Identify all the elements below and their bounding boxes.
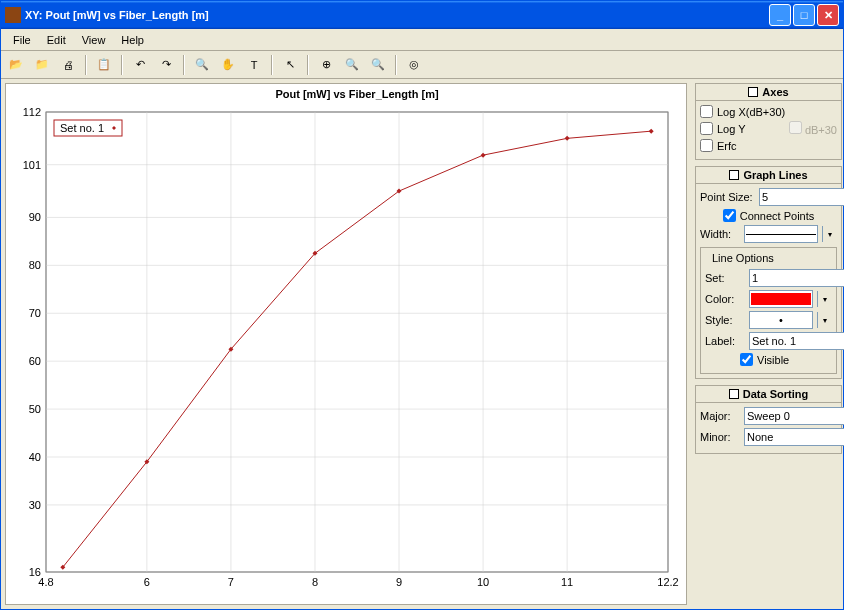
- svg-text:50: 50: [29, 403, 41, 415]
- square-icon: [729, 389, 739, 399]
- chevron-down-icon[interactable]: ▾: [817, 291, 832, 307]
- svg-text:80: 80: [29, 259, 41, 271]
- target-icon[interactable]: ◎: [403, 54, 425, 76]
- db30-checkbox: [789, 121, 802, 134]
- window-title: XY: Pout [mW] vs Fiber_Length [m]: [25, 9, 769, 21]
- chart-area[interactable]: 4.86789101112.21630405060708090101112Pou…: [5, 83, 687, 605]
- svg-text:10: 10: [477, 576, 489, 588]
- set-input[interactable]: [749, 269, 844, 287]
- square-icon: [729, 170, 739, 180]
- major-input[interactable]: [744, 407, 844, 425]
- zoom-sel-icon[interactable]: 🔍: [191, 54, 213, 76]
- chevron-down-icon[interactable]: ▾: [822, 226, 837, 242]
- pan-icon[interactable]: ✋: [217, 54, 239, 76]
- svg-text:6: 6: [144, 576, 150, 588]
- pointsize-label: Point Size:: [700, 191, 755, 203]
- print-icon[interactable]: 🖨: [57, 54, 79, 76]
- svg-text:16: 16: [29, 566, 41, 578]
- svg-text:30: 30: [29, 499, 41, 511]
- width-select[interactable]: [744, 225, 818, 243]
- maximize-button[interactable]: □: [793, 4, 815, 26]
- visible-checkbox[interactable]: [740, 353, 753, 366]
- menu-view[interactable]: View: [74, 32, 114, 48]
- color-select[interactable]: [749, 290, 813, 308]
- logx-label: Log X(dB+30): [717, 106, 785, 118]
- set-label: Set:: [705, 272, 745, 284]
- svg-text:12.2: 12.2: [657, 576, 678, 588]
- logy-checkbox[interactable]: [700, 122, 713, 135]
- pointsize-input[interactable]: [759, 188, 844, 206]
- zoomout-icon[interactable]: 🔍: [367, 54, 389, 76]
- logy-label: Log Y: [717, 123, 757, 135]
- menubar: File Edit View Help: [1, 29, 843, 51]
- redo-icon[interactable]: ↷: [155, 54, 177, 76]
- svg-text:70: 70: [29, 307, 41, 319]
- chevron-down-icon[interactable]: ▾: [817, 312, 832, 328]
- svg-text:7: 7: [228, 576, 234, 588]
- graphlines-group: Graph Lines Point Size:▾ Connect Points …: [695, 166, 842, 379]
- svg-text:101: 101: [23, 159, 41, 171]
- open-icon[interactable]: 📂: [5, 54, 27, 76]
- menu-file[interactable]: File: [5, 32, 39, 48]
- side-panel: Axes Log X(dB+30) Log Y dB+30 Erfc Graph…: [691, 79, 844, 609]
- copy-icon[interactable]: 📋: [93, 54, 115, 76]
- titlebar: XY: Pout [mW] vs Fiber_Length [m] _ □ ✕: [1, 1, 843, 29]
- close-button[interactable]: ✕: [817, 4, 839, 26]
- style-select[interactable]: •: [749, 311, 813, 329]
- open2-icon[interactable]: 📁: [31, 54, 53, 76]
- minor-input[interactable]: [744, 428, 844, 446]
- menu-help[interactable]: Help: [113, 32, 152, 48]
- undo-icon[interactable]: ↶: [129, 54, 151, 76]
- svg-text:60: 60: [29, 355, 41, 367]
- svg-text:112: 112: [23, 106, 41, 118]
- svg-text:8: 8: [312, 576, 318, 588]
- svg-text:Pout [mW] vs Fiber_Length [m]: Pout [mW] vs Fiber_Length [m]: [275, 88, 439, 100]
- connect-label: Connect Points: [740, 210, 815, 222]
- erfc-checkbox[interactable]: [700, 139, 713, 152]
- svg-text:40: 40: [29, 451, 41, 463]
- svg-text:11: 11: [561, 576, 573, 588]
- visible-label: Visible: [757, 354, 797, 366]
- lineopts-title: Line Options: [709, 252, 777, 264]
- svg-text:9: 9: [396, 576, 402, 588]
- width-label: Width:: [700, 228, 740, 240]
- sorting-title: Data Sorting: [743, 388, 808, 400]
- app-icon: [5, 7, 21, 23]
- erfc-label: Erfc: [717, 140, 757, 152]
- svg-text:Set no. 1: Set no. 1: [60, 122, 104, 134]
- logx-checkbox[interactable]: [700, 105, 713, 118]
- label-label: Label:: [705, 335, 745, 347]
- arrow-icon[interactable]: ↖: [279, 54, 301, 76]
- axes-title: Axes: [762, 86, 788, 98]
- sorting-group: Data Sorting Major:▾ Minor:▾: [695, 385, 842, 454]
- menu-edit[interactable]: Edit: [39, 32, 74, 48]
- toolbar: 📂 📁 🖨 📋 ↶ ↷ 🔍 ✋ T ↖ ⊕ 🔍 🔍 ◎: [1, 51, 843, 79]
- connect-checkbox[interactable]: [723, 209, 736, 222]
- major-label: Major:: [700, 410, 740, 422]
- db30-label: dB+30: [805, 124, 837, 136]
- text-icon[interactable]: T: [243, 54, 265, 76]
- label-input[interactable]: [749, 332, 844, 350]
- minor-label: Minor:: [700, 431, 740, 443]
- style-label: Style:: [705, 314, 745, 326]
- graphlines-title: Graph Lines: [743, 169, 807, 181]
- svg-text:90: 90: [29, 211, 41, 223]
- fit-icon[interactable]: ⊕: [315, 54, 337, 76]
- minimize-button[interactable]: _: [769, 4, 791, 26]
- axes-group: Axes Log X(dB+30) Log Y dB+30 Erfc: [695, 83, 842, 160]
- zoomin-icon[interactable]: 🔍: [341, 54, 363, 76]
- color-label: Color:: [705, 293, 745, 305]
- square-icon: [748, 87, 758, 97]
- svg-rect-0: [46, 112, 668, 572]
